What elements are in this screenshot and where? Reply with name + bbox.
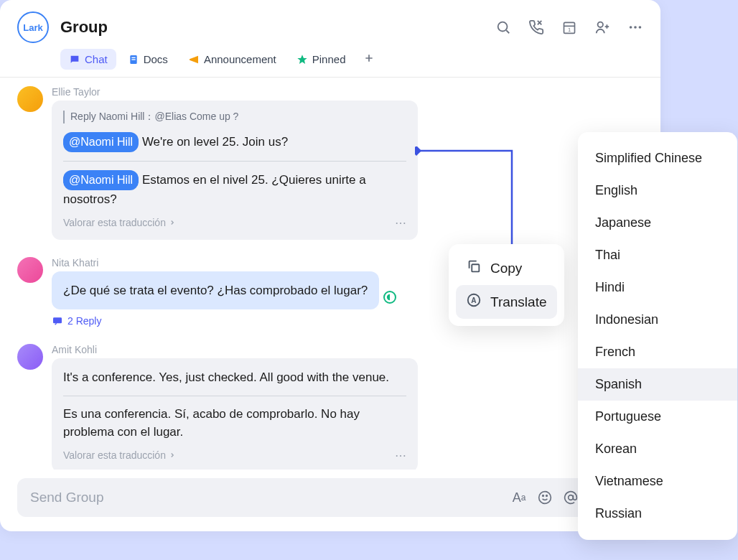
header-top: Lark Group 1	[17, 11, 643, 43]
context-copy[interactable]: Copy	[456, 251, 557, 285]
svg-point-3	[598, 22, 603, 27]
header-left: Lark Group	[17, 11, 108, 43]
svg-rect-9	[131, 59, 135, 60]
tab-label: Chat	[85, 53, 108, 65]
message-body: Amit Kohli It's a conference. Yes, just …	[52, 344, 643, 470]
lang-item-portuguese[interactable]: Portuguese	[578, 401, 737, 433]
video-call-icon[interactable]	[528, 19, 544, 35]
tab-announcement[interactable]: Announcement	[179, 49, 285, 70]
sender-name: Ellie Taylor	[52, 86, 643, 98]
message-line: @Naomi Hill We're on level 25. Join us?	[63, 132, 406, 152]
translate-icon: A	[466, 292, 482, 312]
header-actions: 1	[495, 19, 643, 35]
pin-icon	[296, 54, 308, 65]
lang-item-simplified-chinese[interactable]: Simplified Chinese	[578, 142, 737, 174]
lang-item-thai[interactable]: Thai	[578, 239, 737, 271]
calendar-icon[interactable]: 1	[561, 19, 577, 35]
sender-name: Amit Kohli	[52, 344, 643, 355]
mention-pill[interactable]: @Naomi Hill	[63, 170, 139, 190]
avatar[interactable]	[17, 257, 43, 283]
translation-badge-icon	[383, 291, 396, 304]
message-bubble[interactable]: Reply Naomi Hill：@Elias Come up ? @Naomi…	[52, 101, 418, 240]
header: Lark Group 1	[0, 0, 660, 78]
svg-rect-10	[53, 317, 62, 323]
announcement-icon	[188, 54, 200, 65]
reply-quote: Reply Naomi Hill：@Elias Come up ?	[63, 111, 406, 123]
avatar[interactable]	[17, 86, 43, 112]
svg-point-13	[546, 495, 548, 497]
copy-icon	[466, 258, 482, 278]
tab-label: Pinned	[312, 53, 346, 65]
docs-icon	[128, 54, 139, 65]
svg-point-4	[630, 26, 632, 29]
avatar[interactable]	[17, 344, 43, 370]
group-title: Group	[60, 18, 108, 37]
tab-label: Announcement	[204, 53, 276, 65]
language-menu: Simplified Chinese English Japanese Thai…	[578, 132, 737, 540]
add-member-icon[interactable]	[594, 19, 610, 35]
svg-rect-20	[472, 264, 479, 271]
svg-text:A: A	[471, 297, 477, 304]
message-text: ¿De qué se trata el evento? ¿Has comprob…	[63, 281, 368, 300]
translate-footer: Valorar esta traducción ⋯	[63, 449, 406, 462]
tab-pinned[interactable]: Pinned	[288, 49, 355, 70]
message-text: It's a conference. Yes, just checked. Al…	[63, 368, 406, 387]
message-row: Ellie Taylor Reply Naomi Hill：@Elias Com…	[0, 78, 660, 248]
tabs: Chat Docs Announcement Pinned	[60, 49, 643, 77]
lang-item-english[interactable]: English	[578, 174, 737, 207]
tab-docs[interactable]: Docs	[119, 49, 177, 70]
message-text: We're on level 25. Join us?	[142, 135, 288, 149]
composer-placeholder: Send Group	[30, 490, 103, 505]
more-dots-icon[interactable]: ⋯	[395, 449, 406, 462]
svg-point-14	[569, 495, 574, 500]
context-item-label: Copy	[490, 261, 522, 276]
svg-rect-8	[131, 57, 135, 57]
lang-item-japanese[interactable]: Japanese	[578, 207, 737, 239]
message-text-translated: Es una conferencia. Sí, acabo de comprob…	[63, 405, 406, 442]
mention-pill[interactable]: @Naomi Hill	[63, 132, 139, 152]
lang-item-hindi[interactable]: Hindi	[578, 271, 737, 304]
message-row: Amit Kohli It's a conference. Yes, just …	[0, 335, 660, 470]
composer[interactable]: Send Group Aa ⌄	[17, 478, 643, 517]
svg-point-0	[498, 22, 508, 32]
lang-item-vietnamese[interactable]: Vietnamese	[578, 465, 737, 498]
svg-point-12	[543, 495, 544, 497]
lang-item-french[interactable]: French	[578, 336, 737, 368]
lang-item-indonesian[interactable]: Indonesian	[578, 304, 737, 336]
context-translate[interactable]: A Translate	[456, 285, 557, 319]
font-icon[interactable]: Aa	[511, 490, 527, 505]
svg-point-6	[639, 26, 642, 29]
search-icon[interactable]	[495, 19, 511, 35]
lang-item-russian[interactable]: Russian	[578, 498, 737, 530]
translate-footer: Valorar esta traducción ⋯	[63, 216, 406, 230]
at-mention-icon[interactable]	[563, 490, 579, 505]
context-menu: Copy A Translate	[449, 244, 564, 326]
tab-label: Docs	[144, 53, 168, 65]
message-bubble[interactable]: ¿De qué se trata el evento? ¿Has comprob…	[52, 271, 379, 310]
tab-chat[interactable]: Chat	[60, 49, 116, 70]
lang-item-spanish[interactable]: Spanish	[578, 368, 737, 401]
rate-translation-link[interactable]: Valorar esta traducción	[63, 449, 176, 461]
lang-item-korean[interactable]: Korean	[578, 433, 737, 465]
message-body: Ellie Taylor Reply Naomi Hill：@Elias Com…	[52, 86, 643, 240]
logo[interactable]: Lark	[17, 11, 49, 43]
svg-text:1: 1	[568, 27, 571, 33]
emoji-icon[interactable]	[537, 490, 553, 505]
add-tab-icon[interactable]	[363, 52, 375, 67]
message-line-translated: @Naomi Hill Estamos en el nivel 25. ¿Qui…	[63, 170, 406, 209]
rate-translation-link[interactable]: Valorar esta traducción	[63, 217, 176, 228]
translation-divider	[63, 396, 406, 396]
chat-icon	[69, 54, 80, 65]
svg-point-11	[539, 492, 551, 504]
context-item-label: Translate	[490, 294, 547, 310]
more-dots-icon[interactable]: ⋯	[395, 216, 406, 230]
message-bubble[interactable]: It's a conference. Yes, just checked. Al…	[52, 358, 418, 470]
svg-point-5	[634, 26, 637, 29]
translation-divider	[63, 161, 406, 162]
more-icon[interactable]	[627, 19, 643, 35]
